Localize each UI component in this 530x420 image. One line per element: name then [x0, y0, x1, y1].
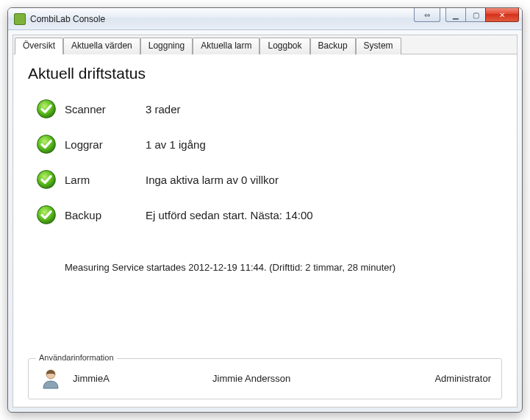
- app-window: CombiLab Console ⇔ ▁ ▢ ✕ Översikt Aktuel…: [7, 7, 523, 413]
- status-value: Inga aktiva larm av 0 villkor: [146, 174, 502, 186]
- tab-loggbok[interactable]: Loggbok: [259, 38, 309, 54]
- tab-loggning[interactable]: Loggning: [140, 38, 193, 54]
- status-value: 3 rader: [146, 103, 502, 115]
- ok-icon: [36, 134, 57, 154]
- status-row-scanner: Scanner 3 rader: [28, 99, 502, 119]
- nav-arrows-icon: ⇔: [424, 11, 430, 19]
- status-value: Ej utförd sedan start. Nästa: 14:00: [146, 209, 502, 221]
- status-row-backup: Backup Ej utförd sedan start. Nästa: 14:…: [28, 204, 502, 225]
- svg-point-3: [37, 206, 56, 224]
- avatar-icon: [39, 366, 62, 390]
- page-title: Aktuell driftstatus: [28, 65, 502, 82]
- status-label: Larm: [65, 174, 146, 186]
- app-icon: [14, 13, 26, 25]
- user-username: JimmieA: [73, 373, 212, 384]
- status-row-larm: Larm Inga aktiva larm av 0 villkor: [28, 169, 502, 190]
- tab-label: Loggning: [148, 40, 185, 51]
- status-label: Loggrar: [65, 138, 146, 151]
- status-label: Scanner: [65, 103, 146, 115]
- user-row: JimmieA Jimmie Andersson Administrator: [39, 366, 491, 390]
- ok-icon: [36, 204, 57, 225]
- tab-aktuella-varden[interactable]: Aktuella värden: [63, 38, 140, 54]
- service-info: Measuring Service startades 2012-12-19 1…: [65, 262, 502, 273]
- svg-point-0: [37, 100, 56, 118]
- window-title: CombiLab Console: [30, 14, 415, 24]
- tab-label: Översikt: [23, 40, 55, 51]
- status-label: Backup: [65, 209, 146, 221]
- tab-label: Backup: [318, 40, 348, 51]
- spacer: [28, 273, 502, 351]
- status-row-loggrar: Loggrar 1 av 1 igång: [28, 134, 502, 154]
- titlebar[interactable]: CombiLab Console ⇔ ▁ ▢ ✕: [8, 8, 522, 30]
- ok-icon: [36, 169, 57, 190]
- user-role: Administrator: [434, 373, 491, 384]
- user-info-legend: Användarinformation: [36, 353, 117, 362]
- maximize-button[interactable]: ▢: [465, 8, 486, 22]
- nav-arrows-button[interactable]: ⇔: [414, 8, 440, 22]
- tab-system[interactable]: System: [356, 38, 401, 54]
- minimize-button[interactable]: ▁: [445, 8, 466, 22]
- tab-aktuella-larm[interactable]: Aktuella larm: [193, 38, 259, 54]
- user-info-box: Användarinformation JimmieA Jimmie Ander…: [28, 358, 502, 399]
- tab-label: Loggbok: [268, 40, 301, 51]
- tab-label: System: [364, 40, 393, 51]
- close-button[interactable]: ✕: [485, 8, 519, 22]
- close-icon: ✕: [499, 11, 505, 19]
- tab-strip: Översikt Aktuella värden Loggning Aktuel…: [13, 35, 517, 54]
- tab-backup[interactable]: Backup: [310, 38, 356, 54]
- ok-icon: [36, 99, 57, 119]
- tab-label: Aktuella värden: [71, 40, 132, 51]
- svg-point-2: [37, 171, 56, 189]
- tab-label: Aktuella larm: [201, 40, 251, 51]
- tab-content: Aktuell driftstatus Scanner 3 rader Logg…: [13, 54, 517, 407]
- user-fullname: Jimmie Andersson: [212, 373, 434, 384]
- maximize-icon: ▢: [473, 11, 479, 19]
- window-buttons: ⇔ ▁ ▢ ✕: [415, 8, 522, 29]
- svg-point-1: [37, 135, 56, 154]
- status-value: 1 av 1 igång: [146, 138, 502, 151]
- client-area: Översikt Aktuella värden Loggning Aktuel…: [12, 35, 518, 407]
- minimize-icon: ▁: [453, 11, 459, 19]
- tabstrip-filler: [401, 37, 517, 54]
- tab-oversikt[interactable]: Översikt: [15, 38, 63, 54]
